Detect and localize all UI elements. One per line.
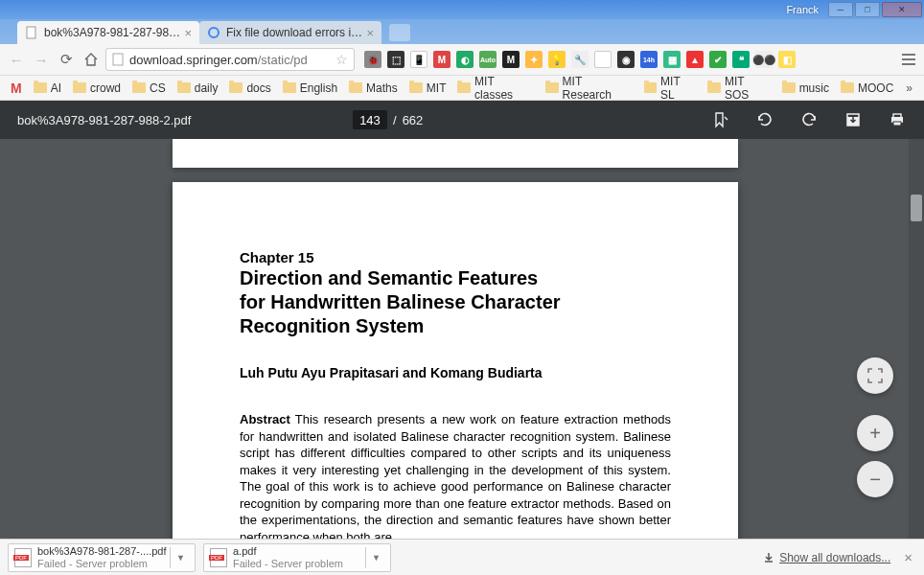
bookmark-folder[interactable]: MIT classes <box>452 73 539 104</box>
chapter-authors: Luh Putu Ayu Prapitasari and Komang Budi… <box>240 365 671 380</box>
window-minimize-button[interactable]: ─ <box>828 2 853 17</box>
chapter-abstract: Abstract This research presents a new wo… <box>240 411 671 539</box>
folder-icon <box>707 82 721 93</box>
tab-title: Fix file download errors in Go <box>226 26 362 39</box>
ext-icon[interactable]: 🔧 <box>571 51 589 68</box>
print-button[interactable] <box>888 110 907 129</box>
bookmark-star-icon[interactable]: ☆ <box>335 52 348 67</box>
rotate-ccw-button[interactable] <box>799 110 819 129</box>
svg-rect-8 <box>893 122 901 126</box>
tab-close-icon[interactable]: × <box>184 26 192 40</box>
folder-icon <box>132 82 146 93</box>
address-bar[interactable]: download.springer.com/static/pd ☆ <box>105 48 355 71</box>
zoom-out-button[interactable]: − <box>857 461 893 497</box>
window-titlebar: Franck ─ □ ✕ <box>0 0 924 19</box>
pdf-previous-page-edge <box>173 139 738 168</box>
folder-icon <box>349 82 362 93</box>
tab-close-icon[interactable]: × <box>366 26 374 40</box>
window-maximize-button[interactable]: □ <box>855 2 880 17</box>
bookmark-folder[interactable]: MIT <box>404 80 451 97</box>
tab-active[interactable]: bok%3A978-981-287-988-2... × <box>17 21 199 44</box>
ext-icon[interactable]: ▲ <box>686 51 704 68</box>
bookmark-folder[interactable]: AI <box>29 80 66 97</box>
bookmark-folder[interactable]: docs <box>224 80 275 97</box>
download-menu-button[interactable]: ▼ <box>365 547 386 568</box>
pdf-filename: bok%3A978-981-287-988-2.pdf <box>17 113 353 127</box>
ext-icon[interactable]: Auto <box>479 51 497 68</box>
ext-icon[interactable]: M <box>502 51 520 68</box>
rotate-cw-button[interactable] <box>755 110 774 129</box>
bookmark-folder[interactable]: MIT SL <box>639 73 702 104</box>
pdf-toolbar: bok%3A978-981-287-988-2.pdf / 662 <box>0 101 924 139</box>
download-status: Failed - Server problem <box>233 558 343 569</box>
chapter-label: Chapter 15 <box>240 249 671 265</box>
download-button[interactable] <box>843 110 863 129</box>
ext-icon[interactable]: ✦ <box>525 51 543 68</box>
download-menu-button[interactable]: ▼ <box>170 547 191 568</box>
pdf-scroll-thumb[interactable] <box>911 195 922 221</box>
window-close-button[interactable]: ✕ <box>882 2 922 17</box>
download-item[interactable]: a.pdf Failed - Server problem ▼ <box>203 543 391 572</box>
bookmark-folder[interactable]: MOOC <box>836 80 898 97</box>
hangouts-icon[interactable]: ❝ <box>732 51 750 68</box>
download-status: Failed - Server problem <box>37 558 167 569</box>
tab-inactive[interactable]: Fix file download errors in Go × <box>199 21 381 44</box>
home-button[interactable] <box>81 49 102 70</box>
ext-icon[interactable]: ✔ <box>709 51 727 68</box>
ext-icon[interactable]: ◐ <box>456 51 474 68</box>
tab-strip: bok%3A978-981-287-988-2... × Fix file do… <box>0 19 924 44</box>
bookmark-folder[interactable]: daily <box>173 80 223 97</box>
ext-icon[interactable]: ▦ <box>663 51 681 68</box>
bookmark-folder[interactable]: MIT SOS <box>703 73 774 104</box>
pdf-page-input[interactable] <box>353 110 387 129</box>
gmail-icon[interactable]: M <box>433 51 450 68</box>
folder-icon <box>841 82 854 93</box>
folder-icon <box>644 82 658 93</box>
pdf-file-icon <box>14 548 32 567</box>
svg-rect-0 <box>27 27 35 38</box>
bookmark-button[interactable] <box>711 110 730 129</box>
pdf-page-total: 662 <box>403 113 424 127</box>
back-button[interactable]: ← <box>6 49 27 70</box>
download-bar-close[interactable]: × <box>900 549 916 565</box>
show-all-downloads-link[interactable]: Show all downloads... <box>762 551 890 564</box>
pdf-scrollbar[interactable] <box>909 139 924 539</box>
zoom-in-button[interactable]: + <box>857 415 893 451</box>
bookmark-folder[interactable]: Maths <box>344 80 403 97</box>
svg-point-1 <box>209 28 219 37</box>
bookmark-folder[interactable]: MIT Research <box>541 73 637 104</box>
bookmark-folder[interactable]: music <box>777 80 834 97</box>
gmail-icon: M <box>11 80 22 96</box>
ext-icon[interactable]: 🐞 <box>364 51 381 68</box>
bookmark-folder[interactable]: English <box>278 80 342 97</box>
download-filename: a.pdf <box>233 545 343 557</box>
download-item[interactable]: bok%3A978-981-287-....pdf Failed - Serve… <box>8 543 196 572</box>
bookmark-bar: M AI crowd CS daily docs English Maths M… <box>0 76 924 101</box>
reload-button[interactable]: ⟳ <box>56 49 77 70</box>
ext-icon[interactable]: ⊘ <box>594 51 612 68</box>
bookmark-folder[interactable]: CS <box>127 80 171 97</box>
ext-icon[interactable]: 📱 <box>410 51 427 68</box>
fit-page-button[interactable] <box>857 357 893 394</box>
new-tab-button[interactable] <box>389 24 410 41</box>
pdf-page-counter: / 662 <box>353 110 423 129</box>
bookmark-overflow[interactable]: » <box>900 81 918 95</box>
chrome-menu-button[interactable] <box>899 54 918 65</box>
ext-icon[interactable]: 14h <box>640 51 658 68</box>
ext-icon[interactable]: ◧ <box>778 51 796 68</box>
bookmark-gmail[interactable]: M <box>6 79 27 98</box>
ext-icon[interactable]: ⚫⚫ <box>755 51 773 68</box>
bookmark-folder[interactable]: crowd <box>68 80 126 97</box>
extension-icons: 🐞 ⬚ 📱 M ◐ Auto M ✦ 💡 🔧 ⊘ ◉ 14h ▦ ▲ ✔ ❝ ⚫… <box>364 51 796 68</box>
pdf-viewport[interactable]: Chapter 15 Direction and Semantic Featur… <box>0 139 924 539</box>
url-domain: download.springer.com <box>129 53 258 67</box>
ext-icon[interactable]: 💡 <box>548 51 566 68</box>
folder-icon <box>409 82 423 93</box>
ext-icon[interactable]: ◉ <box>617 51 635 68</box>
forward-button[interactable]: → <box>31 49 52 70</box>
chapter-title: Direction and Semantic Features for Hand… <box>240 266 671 338</box>
download-filename: bok%3A978-981-287-....pdf <box>37 545 167 557</box>
folder-icon <box>177 82 191 93</box>
ext-icon[interactable]: ⬚ <box>387 51 404 68</box>
download-icon <box>762 551 775 564</box>
